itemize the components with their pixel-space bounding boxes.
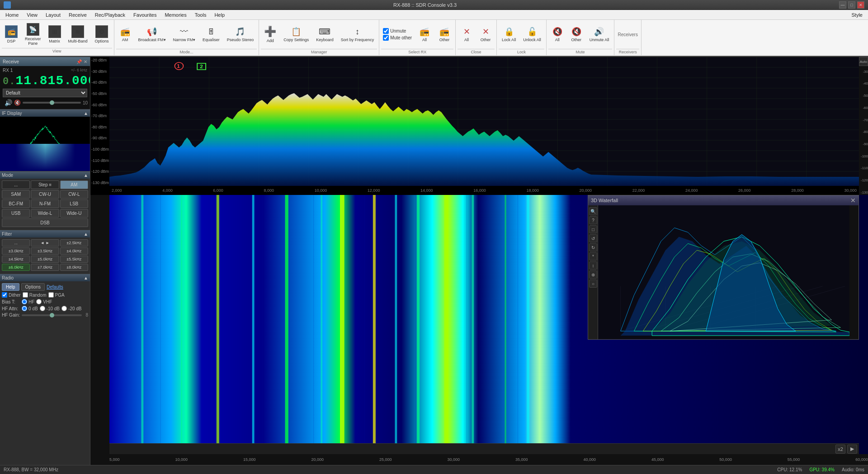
wf3d-rotate-left-button[interactable]: ↺: [589, 234, 597, 242]
wf3d-close-button[interactable]: ✕: [850, 197, 856, 204]
other-recv-button[interactable]: 📻Other: [435, 25, 453, 43]
random-checkbox[interactable]: Random: [23, 292, 47, 298]
filter-5.0k-button[interactable]: ±5.0kHz: [31, 256, 59, 263]
lock-all-button[interactable]: 🔒Lock All: [499, 25, 519, 43]
menu-favourites[interactable]: Favourites: [130, 11, 160, 19]
wf3d-plus-button[interactable]: ⊕: [589, 270, 597, 279]
dither-checkbox[interactable]: Dither: [2, 292, 21, 298]
filter-4.0k-button[interactable]: ±4.0kHz: [60, 247, 88, 255]
mode-nfm-button[interactable]: N-FM: [31, 199, 59, 208]
hf-gain-slider[interactable]: [22, 314, 82, 316]
matrix-button[interactable]: ⊞ Matrix: [45, 24, 64, 45]
menu-recplayback[interactable]: Rec/Playback: [91, 11, 129, 19]
mode-step-button[interactable]: Step ≡: [31, 180, 59, 189]
filter-3.0k-button[interactable]: ±3.0kHz: [2, 247, 30, 255]
mute-all-button[interactable]: 🔇All: [548, 25, 566, 43]
mode-usb-button[interactable]: USB: [2, 209, 30, 218]
wf3d-box-button[interactable]: □: [589, 225, 597, 233]
dsp-button[interactable]: 📻 DSP: [2, 24, 21, 45]
frequency-value[interactable]: 0.11.815.000: [3, 74, 87, 88]
filter-8.0k-button[interactable]: ±8.0kHz: [60, 264, 88, 271]
zoom-x2-button[interactable]: x2: [835, 445, 845, 454]
hf-checkbox[interactable]: HF: [22, 299, 34, 304]
unlock-all-button[interactable]: 🔓Unlock All: [520, 25, 544, 43]
maximize-button[interactable]: □: [848, 1, 855, 9]
menu-receive[interactable]: Receive: [65, 11, 90, 19]
menu-view[interactable]: View: [23, 11, 41, 19]
sort-by-freq-button[interactable]: ↕Sort by Frequency: [338, 26, 377, 43]
volume-slider[interactable]: [23, 102, 81, 104]
filter-2.5k-button[interactable]: ±2.5kHz: [60, 239, 88, 246]
wf3d-zoom-button[interactable]: 🔍: [589, 207, 597, 215]
menu-help[interactable]: Help: [211, 11, 228, 19]
multiband-button[interactable]: ≋ Multi-Band: [65, 24, 91, 45]
mode-section-header[interactable]: Mode ▲: [0, 171, 90, 179]
attn-0db-radio[interactable]: 0 dB: [22, 306, 38, 311]
receive-panel-close[interactable]: ✕: [84, 59, 87, 64]
radio-options-button[interactable]: Options: [21, 283, 45, 291]
pseudo-stereo-button[interactable]: 🎵Pseudo Stereo: [224, 25, 257, 43]
unmute-all-button[interactable]: 🔊Unmute All: [586, 25, 613, 43]
mute-other-checkbox[interactable]: Mute other: [383, 35, 412, 41]
unmute-checkbox[interactable]: Unmute: [383, 28, 412, 34]
menu-memories[interactable]: Memories: [161, 11, 190, 19]
options-button[interactable]: ⚙ Options: [92, 24, 112, 45]
equaliser-button[interactable]: 🎚Equaliser: [199, 26, 223, 43]
narrow-fm-button[interactable]: 〰Narrow FM▾: [170, 26, 199, 43]
radio-section-header[interactable]: Radio ▲: [0, 274, 90, 281]
mode-wideu-button[interactable]: Wide-U: [60, 209, 88, 218]
vhf-checkbox[interactable]: VHF: [36, 299, 52, 304]
attn-20db-radio[interactable]: -20 dB: [61, 306, 81, 311]
radio-defaults-link[interactable]: Defaults: [47, 284, 63, 289]
close-all-button[interactable]: ✕All: [458, 25, 476, 43]
if-display-header[interactable]: IF Display ▲: [0, 109, 90, 117]
menu-tools[interactable]: Tools: [191, 11, 210, 19]
filter-adjust-button[interactable]: ◄ ►: [31, 239, 59, 246]
radio-help-button[interactable]: Help: [2, 283, 19, 291]
wf3d-asterisk-button[interactable]: *: [589, 252, 597, 261]
mode-dots-button[interactable]: ...: [2, 180, 30, 189]
filter-4.5k-button[interactable]: ±4.5kHz: [2, 256, 30, 263]
mode-cwu-button[interactable]: CW-U: [31, 190, 59, 199]
wf3d-help-button[interactable]: ?: [589, 216, 597, 224]
menu-home[interactable]: Home: [2, 11, 22, 19]
minimize-button[interactable]: —: [839, 1, 846, 9]
mute-icon[interactable]: 🔇: [14, 100, 21, 106]
style-button[interactable]: Style: [848, 11, 866, 19]
wf3d-circle-button[interactable]: ○: [589, 280, 597, 288]
wf3d-rotate-right-button[interactable]: ↻: [589, 243, 597, 251]
filter-7.0k-button[interactable]: ±7.0kHz: [31, 264, 59, 271]
mode-select-dropdown[interactable]: Default: [3, 89, 87, 97]
wf3d-updown-button[interactable]: ↕: [589, 261, 597, 270]
mode-dsb-button[interactable]: DSB: [2, 218, 88, 227]
mute-other-tb-button[interactable]: 🔇Other: [567, 25, 585, 43]
filter-section-header[interactable]: Filter ▲: [0, 230, 90, 237]
filter-dots-button[interactable]: ...: [2, 239, 30, 246]
attn-10db-radio[interactable]: -10 dB: [40, 306, 60, 311]
zoom-right-button[interactable]: ▶: [847, 445, 857, 454]
mode-sam-button[interactable]: SAM: [2, 190, 30, 199]
pga-checkbox[interactable]: PGA: [48, 292, 65, 298]
filter-5.5k-button[interactable]: ±5.5kHz: [60, 256, 88, 263]
dbm-scale-right: -20 -30 -40 -50 -60 -70 -80 -90 -100 -11…: [859, 57, 868, 195]
add-button[interactable]: ➕Add: [261, 24, 279, 44]
am-mode-button[interactable]: 📻AM: [116, 25, 134, 43]
mode-cwl-button[interactable]: CW-L: [60, 190, 88, 199]
all-recv-button[interactable]: 📻All: [415, 25, 434, 43]
keyboard-button[interactable]: ⌨Keyboard: [313, 25, 337, 43]
copy-settings-button[interactable]: 📋Copy Settings: [280, 25, 312, 43]
filter-3.5k-button[interactable]: ±3.5kHz: [31, 247, 59, 255]
mode-am-button[interactable]: AM: [60, 180, 88, 189]
mode-lsb-button[interactable]: LSB: [60, 199, 88, 208]
close-other-button[interactable]: ✕Other: [476, 25, 495, 43]
wf3d-content: 🔍 ? □ ↺ ↻ * ↕ ⊕ ○ RX1: 11.815 MHz: [588, 205, 859, 339]
mode-widel-button[interactable]: Wide-L: [31, 209, 59, 218]
menu-layout[interactable]: Layout: [42, 11, 64, 19]
receiver-pane-button[interactable]: 📡 ReceiverPane: [22, 22, 44, 47]
broadcast-fm-button[interactable]: 📢Broadcast FM▾: [135, 25, 169, 43]
close-button[interactable]: ✕: [857, 1, 864, 9]
receive-panel-pin[interactable]: 📌: [76, 59, 82, 64]
filter-6.0k-button[interactable]: ±6.0kHz: [2, 264, 30, 271]
mode-bcfm-button[interactable]: BC-FM: [2, 199, 30, 208]
auto-button[interactable]: Auto: [859, 57, 868, 66]
